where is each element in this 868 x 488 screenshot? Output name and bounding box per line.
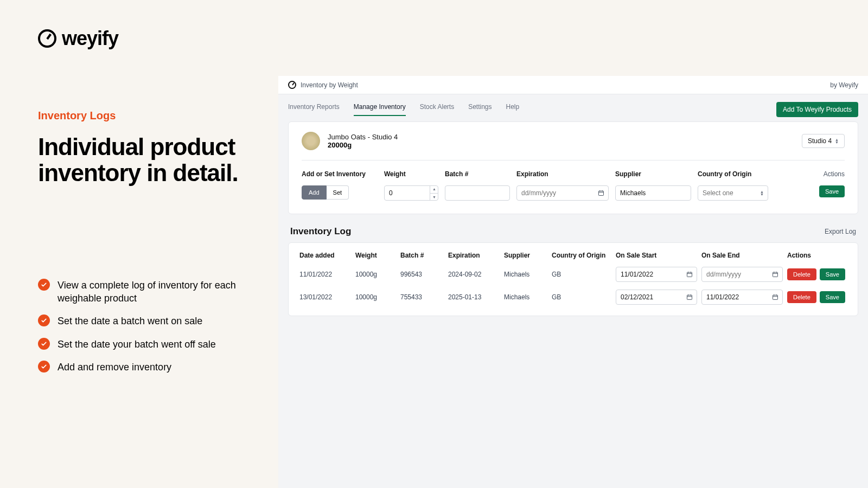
weight-steppers[interactable]: ▲▼ (430, 185, 438, 201)
logcol-weight: Weight (355, 252, 396, 259)
check-icon (38, 338, 50, 350)
location-select-label: Studio 4 (808, 137, 832, 145)
add-to-products-button[interactable]: Add To Weyify Products (776, 102, 858, 117)
row-save-button[interactable]: Save (820, 291, 845, 303)
app-logo-icon (288, 81, 296, 89)
cell-batch: 996543 (400, 271, 444, 278)
cell-country: GB (552, 293, 611, 301)
bullet-text: View a complete log of inventory for eac… (58, 279, 257, 305)
list-item: Add and remove inventory (38, 361, 257, 374)
col-weight: Weight (384, 170, 438, 178)
bullet-text: Set the date your batch went off sale (58, 338, 216, 351)
svg-rect-1 (687, 272, 692, 277)
bullet-text: Add and remove inventory (58, 361, 171, 374)
end-date-input[interactable] (701, 290, 783, 305)
check-icon (38, 361, 50, 373)
tab-inventory-reports[interactable]: Inventory Reports (288, 103, 340, 116)
tab-stock-alerts[interactable]: Stock Alerts (420, 103, 454, 116)
sort-icon: ▲▼ (760, 190, 764, 196)
inventory-log-title: Inventory Log (290, 226, 351, 237)
delete-button[interactable]: Delete (787, 268, 816, 280)
col-batch: Batch # (445, 170, 510, 178)
logcol-expiration: Expiration (448, 252, 500, 259)
svg-rect-2 (773, 272, 778, 277)
tab-bar: Inventory Reports Manage Inventory Stock… (288, 103, 519, 116)
app-byline: by Weyify (830, 81, 858, 89)
table-row: 11/01/2022 10000g 996543 2024-09-02 Mich… (299, 267, 847, 282)
cell-country: GB (552, 271, 611, 278)
start-date-input[interactable] (616, 290, 697, 305)
feature-list: View a complete log of inventory for eac… (38, 279, 257, 383)
cell-weight: 10000g (355, 271, 396, 278)
eyebrow-label: Inventory Logs (38, 110, 257, 122)
calendar-icon (772, 271, 778, 278)
product-thumbnail (302, 132, 320, 150)
logcol-supplier: Supplier (504, 252, 547, 259)
col-supplier: Supplier (615, 170, 691, 178)
col-country: Country of Origin (698, 170, 768, 178)
calendar-icon (772, 294, 778, 300)
svg-rect-3 (687, 295, 692, 299)
delete-button[interactable]: Delete (787, 291, 816, 303)
save-button[interactable]: Save (819, 185, 845, 197)
tab-help[interactable]: Help (506, 103, 520, 116)
svg-rect-0 (599, 191, 604, 195)
start-date-input[interactable] (616, 267, 697, 282)
app-header: Inventory by Weight by Weyify (278, 76, 868, 94)
log-header-row: Date added Weight Batch # Expiration Sup… (299, 252, 847, 259)
cell-weight: 10000g (355, 293, 396, 301)
calendar-icon (686, 294, 693, 300)
check-icon (38, 279, 50, 291)
list-item: Set the date a batch went on sale (38, 314, 257, 328)
logcol-end: On Sale End (701, 252, 783, 259)
svg-rect-4 (773, 295, 778, 299)
check-icon (38, 314, 50, 326)
export-log-link[interactable]: Export Log (825, 228, 856, 235)
expiration-input[interactable] (516, 185, 609, 201)
add-set-toggle[interactable]: Add Set (302, 185, 378, 200)
list-item: Set the date your batch went off sale (38, 338, 257, 351)
product-name: Jumbo Oats - Studio 4 (328, 133, 398, 141)
app-title: Inventory by Weight (301, 81, 358, 89)
cell-supplier: Michaels (504, 293, 547, 301)
page-title: Individual product inventory in detail. (38, 134, 257, 187)
toggle-set[interactable]: Set (327, 185, 349, 200)
cell-date: 13/01/2022 (299, 293, 351, 301)
end-date-input[interactable] (701, 267, 783, 282)
table-row: 13/01/2022 10000g 755433 2025-01-13 Mich… (299, 290, 847, 305)
cell-supplier: Michaels (504, 271, 547, 278)
tab-settings[interactable]: Settings (468, 103, 492, 116)
chevron-down-icon[interactable]: ▼ (430, 194, 438, 201)
sort-icon: ▲▼ (835, 138, 839, 144)
logo-text: weyify (62, 27, 118, 50)
cell-expiration: 2024-09-02 (448, 271, 500, 278)
logcol-country: Country of Origin (552, 252, 611, 259)
logcol-actions: Actions (787, 252, 847, 259)
cell-batch: 755433 (400, 293, 444, 301)
row-save-button[interactable]: Save (820, 268, 845, 280)
batch-input[interactable] (445, 185, 510, 201)
logcol-date: Date added (299, 252, 351, 259)
country-select[interactable] (698, 185, 768, 201)
logo-mark-icon (38, 29, 56, 48)
tab-manage-inventory[interactable]: Manage Inventory (354, 103, 406, 116)
calendar-icon (686, 271, 693, 278)
calendar-icon (598, 190, 604, 196)
toggle-add[interactable]: Add (302, 185, 327, 200)
cell-expiration: 2025-01-13 (448, 293, 500, 301)
list-item: View a complete log of inventory for eac… (38, 279, 257, 305)
logcol-start: On Sale Start (616, 252, 697, 259)
col-addset: Add or Set Inventory (302, 170, 378, 178)
location-select[interactable]: Studio 4 ▲▼ (802, 134, 845, 148)
supplier-input[interactable] (615, 185, 691, 201)
product-quantity: 20000g (328, 141, 398, 149)
col-actions: Actions (775, 170, 845, 178)
cell-date: 11/01/2022 (299, 271, 351, 278)
chevron-up-icon[interactable]: ▲ (430, 185, 438, 194)
logo: weyify (38, 27, 257, 50)
logcol-batch: Batch # (400, 252, 444, 259)
col-expiration: Expiration (516, 170, 609, 178)
bullet-text: Set the date a batch went on sale (58, 314, 202, 328)
